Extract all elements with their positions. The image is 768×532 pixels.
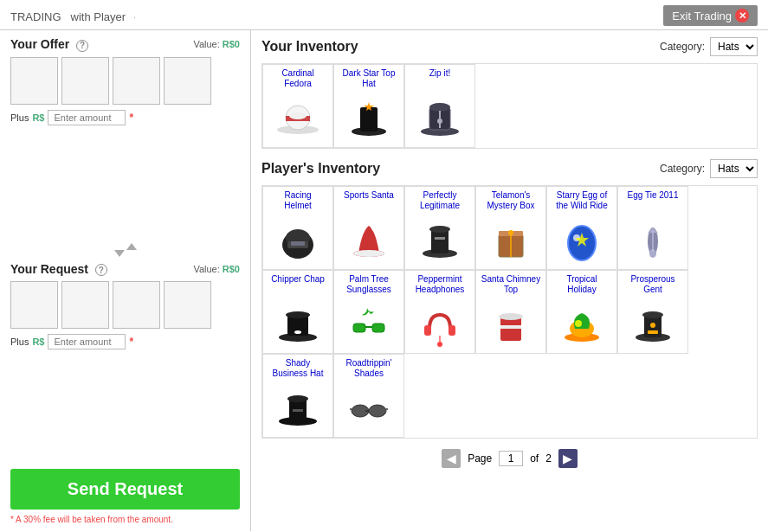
svg-point-58 [642,311,663,318]
svg-rect-52 [506,334,516,339]
player-inventory-grid: RacingHelmet Sports Santa [261,185,758,439]
pagination: ◀ Page of 2 ▶ [261,449,758,468]
divider [10,238,240,262]
your-inventory-title: Your Inventory [261,39,358,54]
request-plus-label: Plus [10,337,29,347]
right-panel: Your Inventory Category: Hats CardinalFe… [251,30,768,531]
svg-point-39 [286,311,310,318]
item-image [627,214,679,266]
send-request-button[interactable]: Send Request [10,469,240,510]
offer-slot-3[interactable] [113,57,160,105]
list-item[interactable]: Sports Santa [333,186,404,270]
page-label: Page [468,452,492,465]
svg-rect-64 [293,409,303,412]
item-name: Roadtrippin'Shades [336,358,402,379]
list-item[interactable]: Egg Tie 2011 [617,186,688,270]
prev-page-button[interactable]: ◀ [442,449,461,468]
offer-slots [10,57,240,105]
list-item[interactable]: Palm TreeSunglasses [333,270,404,354]
svg-rect-59 [648,330,658,334]
list-item[interactable]: ProsperousGent [617,270,688,354]
dot-decoration: · [133,12,136,22]
item-name: Zip it! [407,68,473,89]
offer-title: Your Offer ? [10,37,88,52]
offer-slot-2[interactable] [61,57,109,105]
request-slot-4[interactable] [164,281,211,329]
svg-point-47 [437,342,442,347]
item-image [343,92,395,144]
item-image [272,298,324,349]
player-category-select[interactable]: Hats [710,159,758,178]
player-category-row: Category: Hats [660,159,758,178]
request-slot-3[interactable] [113,281,160,329]
item-name: RacingHelmet [265,190,331,211]
request-header: Your Request ? Value: R$0 [10,262,240,277]
item-image [343,298,395,349]
request-help-icon[interactable]: ? [95,264,107,276]
list-item[interactable]: ShadyBusiness Hat [262,354,333,438]
your-category-select[interactable]: Hats [710,37,758,56]
svg-rect-44 [424,325,431,336]
offer-amount-input[interactable] [48,110,126,125]
list-item[interactable]: Dark Star TopHat [333,64,404,148]
player-inventory-header: Player's Inventory Category: Hats [261,159,758,178]
page-number-input[interactable] [499,451,523,466]
list-item[interactable]: RacingHelmet [262,186,333,270]
of-label: of [530,452,539,465]
item-image [272,214,324,266]
list-item[interactable]: Chipper Chap [262,270,333,354]
header: TRADING with Player · Exit Trading ✕ [0,0,768,30]
offer-help-icon[interactable]: ? [76,40,88,52]
offer-slot-1[interactable] [10,57,58,105]
svg-point-40 [294,330,301,334]
svg-rect-41 [353,324,365,332]
your-inventory-category-row: Category: Hats [660,37,758,56]
item-image [343,214,395,266]
svg-rect-24 [435,237,445,240]
player-category-label: Category: [660,163,705,175]
request-slot-1[interactable] [10,281,58,329]
svg-rect-51 [504,330,518,334]
request-value-label: Value: R$0 [193,264,240,274]
svg-rect-49 [500,325,521,329]
header-title-group: TRADING with Player · [10,7,136,25]
list-item[interactable]: Telamon'sMystery Box [475,186,546,270]
offer-header: Your Offer ? Value: R$0 [10,37,240,52]
svg-point-19 [353,250,384,257]
svg-marker-1 [126,243,137,255]
list-item[interactable]: PeppermintHeadphones [404,270,475,354]
svg-rect-42 [372,324,384,332]
svg-rect-7 [360,107,378,131]
item-image [272,92,324,144]
next-page-button[interactable]: ▶ [558,449,578,468]
item-image [556,214,608,266]
offer-slot-4[interactable] [164,57,211,105]
request-slot-2[interactable] [61,281,109,329]
item-name: ShadyBusiness Hat [265,358,331,379]
your-inventory-header: Your Inventory Category: Hats [261,37,758,56]
item-image [272,381,324,433]
svg-rect-17 [291,241,305,246]
list-item[interactable]: Roadtrippin'Shades [333,354,404,438]
offer-plus-row: Plus R$ * [10,110,240,125]
item-name: PeppermintHeadphones [407,274,473,295]
request-amount-input[interactable] [48,334,126,349]
exit-trading-button[interactable]: Exit Trading ✕ [663,5,758,26]
item-image [414,298,466,349]
list-item[interactable]: Santa ChimneyTop [475,270,546,354]
svg-point-20 [371,223,380,232]
item-name: Palm TreeSunglasses [336,274,402,295]
item-image [485,214,537,266]
list-item[interactable]: Starry Egg ofthe Wild Ride [546,186,617,270]
request-title: Your Request ? [10,262,107,277]
offer-value: R$0 [223,39,240,49]
list-item[interactable]: CardinalFedora [262,64,333,148]
request-asterisk: * [129,336,133,348]
svg-point-23 [429,226,450,233]
item-name: Dark Star TopHat [336,68,402,89]
svg-point-55 [575,320,582,327]
list-item[interactable]: TropicalHoliday [546,270,617,354]
list-item[interactable]: PerfectlyLegitimate [404,186,475,270]
list-item[interactable]: Zip it! [404,64,475,148]
item-name: Telamon'sMystery Box [478,190,544,211]
